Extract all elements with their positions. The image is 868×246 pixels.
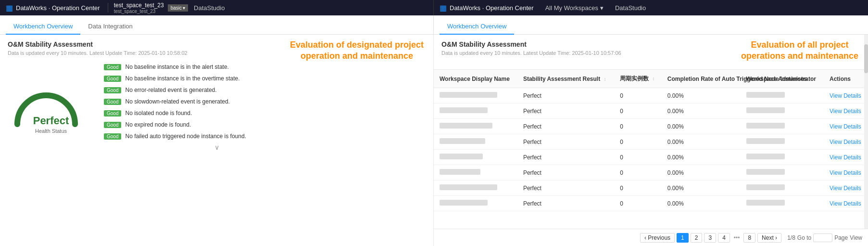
check-text-1: No baseline instance is in the overtime … [125,75,239,82]
workspace-dropdown-btn[interactable]: basic ▾ [168,4,188,12]
page-1-button[interactable]: 1 [677,233,689,243]
assessment-title-right: O&M Stability Assessment [441,40,860,48]
checklist: GoodNo baseline instance is in the alert… [104,62,426,140]
check-badge-6: Good [104,133,121,140]
previous-button[interactable]: ‹ Previous [640,233,675,243]
cell-cycles-1: 0 [614,104,662,119]
cell-cycles-2: 0 [614,119,662,134]
cell-workspace-1 [434,104,517,119]
nav-separator-1 [108,3,108,13]
page-4-button[interactable]: 4 [718,233,730,243]
page-2-button[interactable]: 2 [691,233,703,243]
cell-cycles-6: 0 [614,181,662,196]
cell-completion-1: 0.00% [662,104,741,119]
pagination-bar: ‹ Previous 1 2 3 4 ••• 8 Next › 1/8 Go t… [434,229,868,246]
table-row-4: Perfect 0 0.00% View Details [434,150,868,165]
admin-blurred-7 [746,200,785,206]
tabs-right: Workbench Overview [434,15,868,34]
health-container: Perfect Health Status GoodNo baseline in… [8,62,426,140]
check-item-4: GoodNo isolated node is found. [104,110,426,117]
cell-completion-2: 0.00% [662,119,741,134]
cell-completion-5: 0.00% [662,165,741,181]
assessment-subtitle-left: Data is updated every 10 minutes. Latest… [8,50,426,56]
left-panel: Evaluation of designated project operati… [0,35,434,246]
dropdown-chevron-icon: ▾ [183,5,185,11]
table-scroll-area[interactable]: Workspace Display Name Stability Assessm… [434,69,868,229]
view-details-link-5[interactable]: View Details [830,169,861,176]
table-row-7: Perfect 0 0.00% View Details [434,196,868,211]
sort-icon-stability[interactable]: ↕ [604,77,606,82]
cell-admin-6 [741,181,824,196]
cell-cycles-4: 0 [614,150,662,165]
cell-workspace-5 [434,165,517,181]
cell-completion-7: 0.00% [662,196,741,211]
check-item-0: GoodNo baseline instance is in the alert… [104,64,426,70]
all-workspaces-btn[interactable]: All My Workspaces ▾ [540,4,609,12]
assessment-title-left: O&M Stability Assessment [8,40,426,48]
admin-blurred-4 [746,154,785,159]
workspace-sub: test_space_test_23 [114,9,164,14]
table-row-3: Perfect 0 0.00% View Details [434,134,868,150]
view-details-link-6[interactable]: View Details [830,185,861,192]
cell-completion-6: 0.00% [662,181,741,196]
cell-stability-4: Perfect [517,150,614,165]
admin-blurred-3 [746,138,785,144]
assessment-right-header: O&M Stability Assessment Data is updated… [434,35,868,65]
view-details-link-7[interactable]: View Details [830,200,861,207]
tabs-left: Workbench Overview Data Integration [0,15,434,34]
cell-admin-5 [741,165,824,181]
check-item-5: GoodNo expired node is found. [104,121,426,128]
check-text-5: No expired node is found. [125,121,191,128]
check-item-6: GoodNo failed auto triggered node instan… [104,133,426,140]
check-item-2: GoodNo error-related event is generated. [104,87,426,93]
workspace-blurred-4 [440,154,483,159]
check-badge-2: Good [104,87,121,93]
next-button[interactable]: Next › [757,233,781,243]
sort-icon-cycles[interactable]: ↕ [653,76,655,81]
cell-cycles-0: 0 [614,88,662,104]
workspace-blurred-2 [440,123,492,129]
view-details-link-2[interactable]: View Details [830,123,861,130]
tab-workbench-overview-right[interactable]: Workbench Overview [440,19,514,35]
cell-admin-0 [741,88,824,104]
view-details-link-1[interactable]: View Details [830,108,861,115]
tab-workbench-overview-left[interactable]: Workbench Overview [6,19,80,35]
view-details-link-3[interactable]: View Details [830,139,861,145]
nav-workspace: test_space_test_23 test_space_test_23 [110,2,168,14]
goto-section: Go to Page View [797,233,862,242]
check-text-0: No baseline instance is in the alert sta… [125,64,228,70]
nav-logo-left: ▦ DataWorks · Operation Center [0,3,106,13]
tab-data-integration[interactable]: Data Integration [80,19,140,35]
cell-actions-4: View Details [824,150,868,165]
admin-blurred-1 [746,107,785,113]
table-row-0: Perfect 0 0.00% View Details [434,88,868,104]
page-info: 1/8 [787,234,795,241]
check-badge-0: Good [104,64,121,70]
cell-actions-7: View Details [824,196,868,211]
nav-datastudio-right[interactable]: DataStudio [609,4,652,12]
admin-blurred-6 [746,184,785,190]
goto-input[interactable] [813,233,832,242]
cell-stability-1: Perfect [517,104,614,119]
table-row-1: Perfect 0 0.00% View Details [434,104,868,119]
cell-workspace-4 [434,150,517,165]
admin-blurred-5 [746,169,785,175]
nav-datastudio-left[interactable]: DataStudio [188,4,230,12]
cell-actions-1: View Details [824,104,868,119]
nav-bar: ▦ DataWorks · Operation Center test_spac… [0,0,868,15]
page-3-button[interactable]: 3 [704,233,716,243]
check-text-6: No failed auto triggered node instance i… [125,133,246,140]
table-row-5: Perfect 0 0.00% View Details [434,165,868,181]
page-8-button[interactable]: 8 [743,233,755,243]
view-details-link-4[interactable]: View Details [830,154,861,161]
page-dots: ••• [732,233,742,242]
cell-admin-2 [741,119,824,134]
badge-label: basic [171,5,182,11]
workspace-blurred-6 [440,184,497,190]
col-admin: Workspace Administrator [741,70,824,88]
view-details-link-0[interactable]: View Details [830,92,861,99]
workspace-blurred-3 [440,138,485,144]
gauge-label: Perfect Health Status [33,115,69,134]
scrollbar[interactable] [864,35,868,229]
expand-arrow[interactable]: ∨ [8,140,426,155]
